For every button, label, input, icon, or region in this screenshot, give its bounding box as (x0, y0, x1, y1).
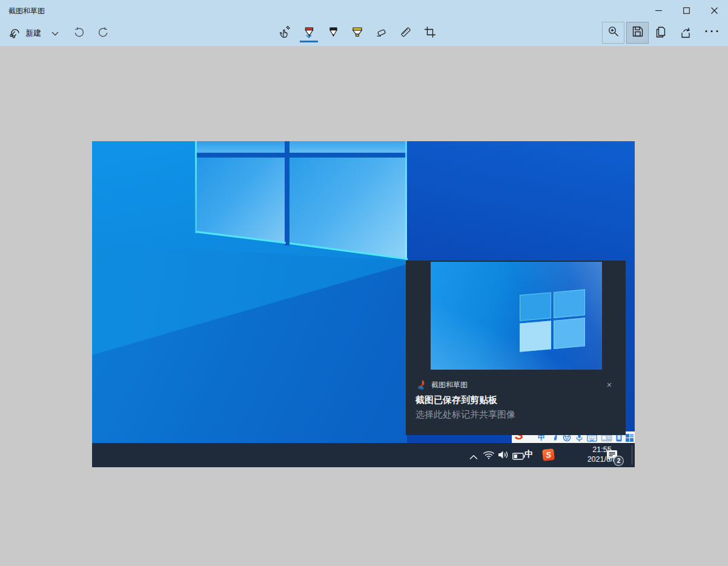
wallpaper-pane (290, 158, 407, 259)
eraser-button[interactable] (369, 22, 394, 45)
close-icon (711, 7, 718, 14)
thumbnail-windows-logo (520, 289, 586, 353)
logo-pane (554, 318, 585, 349)
crop-icon (424, 26, 436, 41)
touch-writing-button[interactable] (273, 22, 297, 45)
toast-title: 截图已保存到剪贴板 (415, 395, 497, 406)
minimize-icon (655, 7, 662, 14)
ruler-icon (399, 25, 412, 41)
new-snip-label: 新建 (25, 28, 41, 39)
minimize-button[interactable] (644, 0, 672, 21)
zoom-icon (607, 25, 620, 40)
wallpaper-window-frame (196, 153, 407, 158)
tray-chevron-up-icon (469, 451, 478, 462)
share-button[interactable] (673, 22, 698, 45)
ruler-button[interactable] (394, 22, 418, 45)
wallpaper-pane (290, 141, 407, 153)
ime-mode-indicator: 中 (524, 449, 533, 460)
battery-icon (512, 451, 525, 462)
wallpaper-glow-edge (195, 141, 197, 233)
toast-close-icon: × (602, 377, 617, 391)
share-icon (680, 26, 692, 41)
pen-options-chevron-icon[interactable] (306, 30, 312, 41)
undo-icon (73, 27, 85, 41)
selected-tool-underline (300, 41, 318, 42)
logo-pane (554, 289, 585, 318)
save-button[interactable] (626, 22, 649, 44)
wallpaper-pane (196, 158, 285, 242)
wallpaper-window-frame (285, 141, 290, 245)
toast-app-icon (417, 379, 427, 392)
new-dropdown-chevron-icon[interactable] (51, 28, 59, 39)
more-icon: ··· (705, 25, 721, 42)
touch-writing-icon (278, 25, 292, 42)
pencil-button[interactable] (321, 22, 345, 45)
undo-button[interactable] (68, 22, 90, 45)
title-bar: 截图和草图 (0, 0, 728, 21)
ime-grid-icon (626, 433, 634, 443)
maximize-button[interactable] (672, 0, 700, 21)
copy-icon (655, 26, 667, 41)
redo-icon (98, 27, 109, 41)
screenshot-image[interactable]: S 中 中 S 21:55 2021/6/8 2 (92, 141, 635, 467)
logo-pane (520, 321, 551, 352)
new-snip-icon (8, 26, 21, 41)
notification-count-badge: 2 (614, 456, 624, 466)
window-title: 截图和草图 (8, 6, 45, 16)
zoom-button[interactable] (602, 22, 624, 44)
volume-icon (498, 450, 509, 462)
toolbar: 新建 (0, 21, 728, 46)
redo-button[interactable] (92, 22, 114, 45)
highlighter-button[interactable] (345, 22, 369, 45)
notification-toast: 截图和草图 × 截图已保存到剪贴板 选择此处标记并共享图像 (406, 261, 626, 435)
crop-button[interactable] (418, 22, 442, 45)
logo-pane (520, 292, 551, 321)
toast-body: 选择此处标记并共享图像 (415, 409, 515, 421)
wallpaper-floor (92, 230, 407, 443)
wallpaper-pane (196, 141, 285, 153)
taskbar-clock: 21:55 2021/6/8 (557, 443, 602, 467)
pencil-icon (327, 26, 340, 41)
toast-app-name: 截图和草图 (431, 380, 468, 390)
ballpoint-pen-button[interactable] (297, 22, 321, 45)
wifi-icon (483, 451, 495, 462)
taskbar: 中 S 21:55 2021/6/8 2 (92, 443, 635, 467)
toast-thumbnail (431, 262, 602, 370)
more-button[interactable]: ··· (700, 22, 726, 45)
highlighter-icon (351, 26, 364, 41)
eraser-icon (375, 26, 388, 41)
window-controls (644, 0, 728, 21)
copy-button[interactable] (649, 22, 672, 45)
sogou-tray-icon: S (542, 448, 555, 461)
snip-sketch-window: 截图和草图 新建 (0, 0, 728, 566)
wallpaper-glow-edge (405, 141, 407, 260)
new-snip-button[interactable]: 新建 (5, 22, 62, 45)
maximize-icon (683, 7, 690, 14)
show-desktop-divider (632, 445, 632, 465)
save-icon (632, 25, 644, 40)
close-button[interactable] (700, 0, 728, 21)
